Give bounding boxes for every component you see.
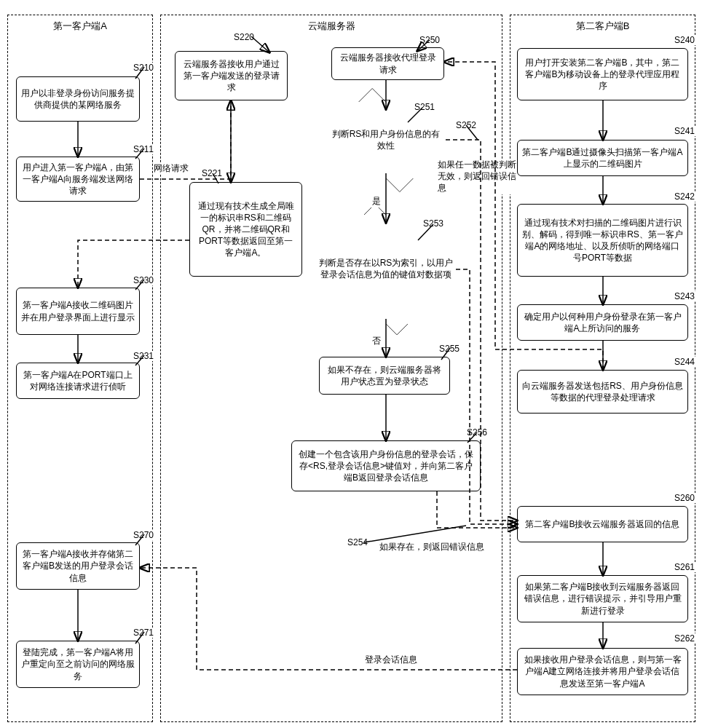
tag-s231: S231 (133, 351, 154, 361)
tag-s255: S255 (438, 344, 460, 354)
tag-s270: S270 (133, 530, 154, 540)
edge-no: 否 (371, 335, 382, 347)
step-s210: 用户以非登录身份访问服务提供商提供的某网络服务 (16, 76, 140, 122)
note-s252: 如果任一数据被判断无效，则返回错误信息 (437, 159, 517, 194)
tag-s211: S211 (133, 144, 154, 154)
lane-title-b: 第二客户端B (510, 20, 695, 33)
tag-s244: S244 (674, 357, 695, 367)
step-s251: 判断RS和用户身份信息的有效性 (320, 102, 451, 178)
tag-s210: S210 (133, 63, 154, 73)
step-s242: 通过现有技术对扫描的二维码图片进行识别、解码，得到唯一标识串RS、第一客户端A的… (517, 204, 688, 277)
tag-s250: S250 (419, 35, 441, 45)
step-s221: 通过现有技术生成全局唯一的标识串RS和二维码QR，并将二维码QR和PORT等数据… (189, 182, 302, 277)
lane-title-server: 云端服务器 (161, 20, 502, 33)
tag-s240: S240 (674, 35, 695, 45)
tag-s242: S242 (674, 191, 695, 202)
step-s271-text: 登陆完成，第一客户端A将用户重定向至之前访问的网络服务 (21, 646, 135, 682)
edge-netrequest: 网络请求 (153, 162, 189, 175)
tag-s262: S262 (674, 633, 695, 644)
step-s271: 登陆完成，第一客户端A将用户重定向至之前访问的网络服务 (16, 641, 140, 688)
note-s254: 如果存在，则返回错误信息 (379, 541, 485, 553)
step-s255: 如果不存在，则云端服务器将用户状态置为登录状态 (319, 357, 450, 395)
tag-s260: S260 (674, 493, 695, 503)
step-s256: 创建一个包含该用户身份信息的登录会话，保存<RS,登录会话信息>键值对，并向第二… (291, 440, 481, 491)
tag-s220: S220 (233, 32, 255, 42)
step-s270-text: 第一客户端A接收并存储第二客户端B发送的用户登录会话信息 (21, 548, 135, 584)
edge-login-session: 登录会话信息 (364, 654, 418, 666)
step-s231: 第一客户端A在PORT端口上对网络连接请求进行侦听 (16, 363, 140, 399)
tag-s256: S256 (466, 427, 488, 438)
step-s210-text: 用户以非登录身份访问服务提供商提供的某网络服务 (21, 87, 135, 111)
step-s250: 云端服务器接收代理登录请求 (331, 47, 444, 80)
step-s230: 第一客户端A接收二维码图片并在用户登录界面上进行显示 (16, 288, 140, 335)
step-s241: 第二客户端B通过摄像头扫描第一客户端A上显示的二维码图片 (517, 140, 688, 176)
step-s253-text: 判断是否存在以RS为索引，以用户登录会话信息为值的键值对数据项 (309, 258, 462, 280)
step-s244: 向云端服务器发送包括RS、用户身份信息等数据的代理登录处理请求 (517, 370, 688, 414)
step-s243-text: 确定用户以何种用户身份登录在第一客户端A上所访问的服务 (522, 311, 683, 334)
step-s244-text: 向云端服务器发送包括RS、用户身份信息等数据的代理登录处理请求 (522, 380, 683, 403)
step-s243: 确定用户以何种用户身份登录在第一客户端A上所访问的服务 (517, 304, 688, 341)
step-s255-text: 如果不存在，则云端服务器将用户状态置为登录状态 (324, 364, 445, 387)
step-s250-text: 云端服务器接收代理登录请求 (336, 52, 439, 75)
step-s211: 用户进入第一客户端A，由第一客户端A向服务端发送网络请求 (16, 157, 140, 202)
step-s261: 如果第二客户端B接收到云端服务器返回错误信息，进行错误提示，并引导用户重新进行登… (517, 575, 688, 622)
step-s242-text: 通过现有技术对扫描的二维码图片进行识别、解码，得到唯一标识串RS、第一客户端A的… (522, 217, 683, 264)
step-s251-text: 判断RS和用户身份信息的有效性 (320, 129, 451, 151)
step-s260: 第二客户端B接收云端服务器返回的信息 (517, 506, 688, 542)
tag-s230: S230 (133, 275, 154, 285)
step-s231-text: 第一客户端A在PORT端口上对网络连接请求进行侦听 (21, 369, 135, 392)
step-s241-text: 第二客户端B通过摄像头扫描第一客户端A上显示的二维码图片 (522, 146, 683, 170)
tag-s251: S251 (414, 102, 435, 112)
tag-s221: S221 (201, 168, 223, 178)
step-s221-text: 通过现有技术生成全局唯一的标识串RS和二维码QR，并将二维码QR和PORT等数据… (194, 200, 297, 259)
lane-title-a: 第一客户端A (8, 20, 152, 33)
tag-s271: S271 (133, 628, 154, 638)
step-s230-text: 第一客户端A接收二维码图片并在用户登录界面上进行显示 (21, 299, 135, 323)
step-s261-text: 如果第二客户端B接收到云端服务器返回错误信息，进行错误提示，并引导用户重新进行登… (522, 581, 683, 617)
tag-s261: S261 (674, 562, 695, 572)
tag-s252: S252 (455, 120, 477, 130)
step-s262: 如果接收用户登录会话信息，则与第一客户端A建立网络连接并将用户登录会话信息发送至… (517, 648, 688, 695)
step-s211-text: 用户进入第一客户端A，由第一客户端A向服务端发送网络请求 (21, 162, 135, 197)
step-s220: 云端服务器接收用户通过第一客户端发送的登录请求 (175, 51, 288, 100)
tag-s254: S254 (347, 537, 368, 547)
step-s220-text: 云端服务器接收用户通过第一客户端发送的登录请求 (180, 58, 283, 94)
tag-s241: S241 (674, 126, 695, 136)
tag-s243: S243 (674, 291, 695, 301)
step-s270: 第一客户端A接收并存储第二客户端B发送的用户登录会话信息 (16, 542, 140, 590)
step-s260-text: 第二客户端B接收云端服务器返回的信息 (525, 518, 679, 530)
tag-s253: S253 (422, 218, 444, 229)
step-s253: 判断是否存在以RS为索引，以用户登录会话信息为值的键值对数据项 (309, 215, 462, 324)
step-s262-text: 如果接收用户登录会话信息，则与第一客户端A建立网络连接并将用户登录会话信息发送至… (522, 654, 683, 689)
step-s240: 用户打开安装第二客户端B，其中，第二客户端B为移动设备上的登录代理应用程序 (517, 48, 688, 100)
step-s240-text: 用户打开安装第二客户端B，其中，第二客户端B为移动设备上的登录代理应用程序 (522, 57, 683, 92)
edge-yes: 是 (371, 195, 382, 207)
step-s256-text: 创建一个包含该用户身份信息的登录会话，保存<RS,登录会话信息>键值对，并向第二… (296, 448, 476, 484)
